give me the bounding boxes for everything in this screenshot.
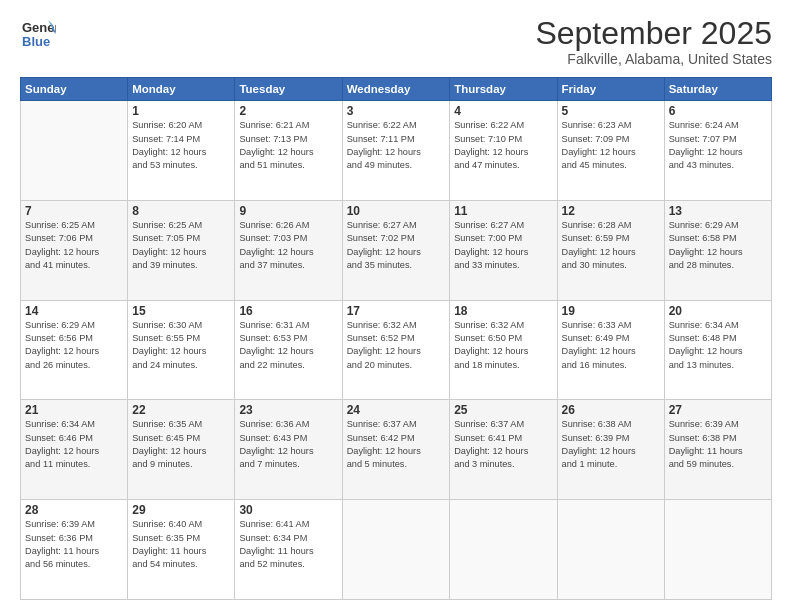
day-number: 30 (239, 503, 337, 517)
day-info: Sunrise: 6:30 AM Sunset: 6:55 PM Dayligh… (132, 319, 230, 372)
svg-text:General: General (22, 20, 56, 35)
calendar-cell (557, 500, 664, 600)
calendar-cell: 8Sunrise: 6:25 AM Sunset: 7:05 PM Daylig… (128, 200, 235, 300)
calendar-cell (450, 500, 557, 600)
day-number: 11 (454, 204, 552, 218)
calendar-cell: 27Sunrise: 6:39 AM Sunset: 6:38 PM Dayli… (664, 400, 771, 500)
day-info: Sunrise: 6:29 AM Sunset: 6:56 PM Dayligh… (25, 319, 123, 372)
calendar-cell: 16Sunrise: 6:31 AM Sunset: 6:53 PM Dayli… (235, 300, 342, 400)
calendar-cell: 25Sunrise: 6:37 AM Sunset: 6:41 PM Dayli… (450, 400, 557, 500)
calendar-cell: 20Sunrise: 6:34 AM Sunset: 6:48 PM Dayli… (664, 300, 771, 400)
calendar-cell: 21Sunrise: 6:34 AM Sunset: 6:46 PM Dayli… (21, 400, 128, 500)
day-info: Sunrise: 6:37 AM Sunset: 6:41 PM Dayligh… (454, 418, 552, 471)
day-info: Sunrise: 6:38 AM Sunset: 6:39 PM Dayligh… (562, 418, 660, 471)
logo-icon: General Blue (20, 16, 56, 52)
calendar-cell: 19Sunrise: 6:33 AM Sunset: 6:49 PM Dayli… (557, 300, 664, 400)
day-info: Sunrise: 6:21 AM Sunset: 7:13 PM Dayligh… (239, 119, 337, 172)
day-info: Sunrise: 6:34 AM Sunset: 6:48 PM Dayligh… (669, 319, 767, 372)
calendar-cell: 23Sunrise: 6:36 AM Sunset: 6:43 PM Dayli… (235, 400, 342, 500)
calendar-cell: 11Sunrise: 6:27 AM Sunset: 7:00 PM Dayli… (450, 200, 557, 300)
day-info: Sunrise: 6:36 AM Sunset: 6:43 PM Dayligh… (239, 418, 337, 471)
day-info: Sunrise: 6:25 AM Sunset: 7:06 PM Dayligh… (25, 219, 123, 272)
calendar-cell: 15Sunrise: 6:30 AM Sunset: 6:55 PM Dayli… (128, 300, 235, 400)
day-number: 14 (25, 304, 123, 318)
day-info: Sunrise: 6:27 AM Sunset: 7:00 PM Dayligh… (454, 219, 552, 272)
day-info: Sunrise: 6:35 AM Sunset: 6:45 PM Dayligh… (132, 418, 230, 471)
day-number: 18 (454, 304, 552, 318)
calendar-cell: 5Sunrise: 6:23 AM Sunset: 7:09 PM Daylig… (557, 101, 664, 201)
weekday-header-wednesday: Wednesday (342, 78, 450, 101)
weekday-header-tuesday: Tuesday (235, 78, 342, 101)
day-info: Sunrise: 6:20 AM Sunset: 7:14 PM Dayligh… (132, 119, 230, 172)
weekday-header-saturday: Saturday (664, 78, 771, 101)
calendar-cell: 24Sunrise: 6:37 AM Sunset: 6:42 PM Dayli… (342, 400, 450, 500)
calendar-cell (664, 500, 771, 600)
day-number: 22 (132, 403, 230, 417)
title-block: September 2025 Falkville, Alabama, Unite… (535, 16, 772, 67)
month-title: September 2025 (535, 16, 772, 51)
calendar-cell: 29Sunrise: 6:40 AM Sunset: 6:35 PM Dayli… (128, 500, 235, 600)
calendar-table: SundayMondayTuesdayWednesdayThursdayFrid… (20, 77, 772, 600)
day-number: 29 (132, 503, 230, 517)
day-number: 21 (25, 403, 123, 417)
weekday-header-row: SundayMondayTuesdayWednesdayThursdayFrid… (21, 78, 772, 101)
day-number: 6 (669, 104, 767, 118)
day-number: 7 (25, 204, 123, 218)
day-info: Sunrise: 6:40 AM Sunset: 6:35 PM Dayligh… (132, 518, 230, 571)
calendar-cell: 14Sunrise: 6:29 AM Sunset: 6:56 PM Dayli… (21, 300, 128, 400)
day-number: 5 (562, 104, 660, 118)
day-info: Sunrise: 6:22 AM Sunset: 7:11 PM Dayligh… (347, 119, 446, 172)
day-number: 20 (669, 304, 767, 318)
day-info: Sunrise: 6:23 AM Sunset: 7:09 PM Dayligh… (562, 119, 660, 172)
calendar-cell: 13Sunrise: 6:29 AM Sunset: 6:58 PM Dayli… (664, 200, 771, 300)
calendar-cell: 28Sunrise: 6:39 AM Sunset: 6:36 PM Dayli… (21, 500, 128, 600)
day-info: Sunrise: 6:39 AM Sunset: 6:38 PM Dayligh… (669, 418, 767, 471)
calendar-cell: 1Sunrise: 6:20 AM Sunset: 7:14 PM Daylig… (128, 101, 235, 201)
calendar-week-row: 21Sunrise: 6:34 AM Sunset: 6:46 PM Dayli… (21, 400, 772, 500)
weekday-header-sunday: Sunday (21, 78, 128, 101)
day-info: Sunrise: 6:32 AM Sunset: 6:50 PM Dayligh… (454, 319, 552, 372)
svg-text:Blue: Blue (22, 34, 50, 49)
calendar-cell: 17Sunrise: 6:32 AM Sunset: 6:52 PM Dayli… (342, 300, 450, 400)
calendar-week-row: 14Sunrise: 6:29 AM Sunset: 6:56 PM Dayli… (21, 300, 772, 400)
day-info: Sunrise: 6:27 AM Sunset: 7:02 PM Dayligh… (347, 219, 446, 272)
day-info: Sunrise: 6:41 AM Sunset: 6:34 PM Dayligh… (239, 518, 337, 571)
logo: General Blue (20, 16, 56, 52)
day-info: Sunrise: 6:26 AM Sunset: 7:03 PM Dayligh… (239, 219, 337, 272)
day-info: Sunrise: 6:32 AM Sunset: 6:52 PM Dayligh… (347, 319, 446, 372)
day-info: Sunrise: 6:25 AM Sunset: 7:05 PM Dayligh… (132, 219, 230, 272)
day-number: 23 (239, 403, 337, 417)
day-info: Sunrise: 6:22 AM Sunset: 7:10 PM Dayligh… (454, 119, 552, 172)
calendar-week-row: 28Sunrise: 6:39 AM Sunset: 6:36 PM Dayli… (21, 500, 772, 600)
calendar-cell: 9Sunrise: 6:26 AM Sunset: 7:03 PM Daylig… (235, 200, 342, 300)
day-info: Sunrise: 6:39 AM Sunset: 6:36 PM Dayligh… (25, 518, 123, 571)
calendar-cell: 22Sunrise: 6:35 AM Sunset: 6:45 PM Dayli… (128, 400, 235, 500)
location-title: Falkville, Alabama, United States (535, 51, 772, 67)
weekday-header-friday: Friday (557, 78, 664, 101)
calendar-week-row: 1Sunrise: 6:20 AM Sunset: 7:14 PM Daylig… (21, 101, 772, 201)
calendar-cell: 2Sunrise: 6:21 AM Sunset: 7:13 PM Daylig… (235, 101, 342, 201)
day-info: Sunrise: 6:29 AM Sunset: 6:58 PM Dayligh… (669, 219, 767, 272)
day-number: 17 (347, 304, 446, 318)
weekday-header-monday: Monday (128, 78, 235, 101)
day-number: 3 (347, 104, 446, 118)
day-info: Sunrise: 6:24 AM Sunset: 7:07 PM Dayligh… (669, 119, 767, 172)
calendar-week-row: 7Sunrise: 6:25 AM Sunset: 7:06 PM Daylig… (21, 200, 772, 300)
day-number: 9 (239, 204, 337, 218)
day-number: 2 (239, 104, 337, 118)
day-info: Sunrise: 6:28 AM Sunset: 6:59 PM Dayligh… (562, 219, 660, 272)
day-number: 25 (454, 403, 552, 417)
header: General Blue September 2025 Falkville, A… (20, 16, 772, 67)
calendar-cell: 7Sunrise: 6:25 AM Sunset: 7:06 PM Daylig… (21, 200, 128, 300)
day-number: 26 (562, 403, 660, 417)
calendar-cell: 18Sunrise: 6:32 AM Sunset: 6:50 PM Dayli… (450, 300, 557, 400)
calendar-cell: 4Sunrise: 6:22 AM Sunset: 7:10 PM Daylig… (450, 101, 557, 201)
day-number: 28 (25, 503, 123, 517)
day-info: Sunrise: 6:31 AM Sunset: 6:53 PM Dayligh… (239, 319, 337, 372)
day-number: 16 (239, 304, 337, 318)
day-number: 13 (669, 204, 767, 218)
calendar-cell: 6Sunrise: 6:24 AM Sunset: 7:07 PM Daylig… (664, 101, 771, 201)
day-number: 1 (132, 104, 230, 118)
day-info: Sunrise: 6:34 AM Sunset: 6:46 PM Dayligh… (25, 418, 123, 471)
calendar-cell (21, 101, 128, 201)
